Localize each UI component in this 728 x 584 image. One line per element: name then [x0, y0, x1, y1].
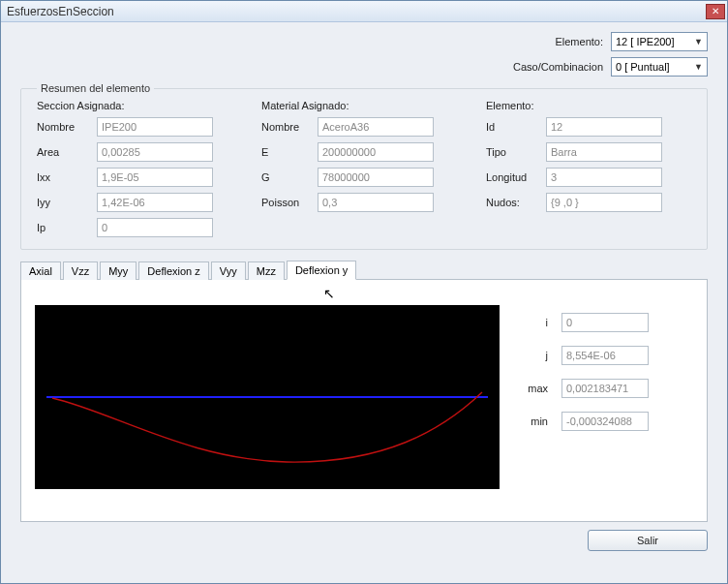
j-field	[561, 346, 649, 365]
chevron-down-icon: ▼	[694, 62, 703, 72]
material-title: Material Asignado:	[261, 100, 467, 111]
nombre-label: Nombre	[37, 121, 91, 133]
mat-nombre-label: Nombre	[261, 121, 312, 133]
ip-label: Ip	[37, 222, 91, 233]
chevron-down-icon: ▼	[694, 37, 703, 46]
id-label: Id	[486, 121, 540, 133]
tabs: Axial Vzz Myy Deflexion z Vyy Mzz Deflex…	[20, 260, 708, 280]
elemento-label: Elemento:	[555, 36, 603, 47]
elem-nudos-field	[546, 193, 662, 212]
max-field	[561, 379, 649, 398]
group-legend: Resumen del elemento	[37, 82, 154, 94]
elem-tipo-field	[546, 142, 662, 162]
content-area: Elemento: 12 [ IPE200] ▼ Caso/Combinacio…	[1, 22, 727, 526]
window-title: EsfuerzosEnSeccion	[7, 5, 114, 18]
longitud-label: Longitud	[486, 171, 540, 183]
tipo-label: Tipo	[486, 146, 540, 158]
tab-deflexion-z[interactable]: Deflexion z	[138, 261, 208, 280]
mat-g-field	[318, 168, 434, 187]
i-label: i	[519, 317, 548, 328]
seccion-title: Seccion Asignada:	[37, 100, 242, 111]
min-label: min	[519, 415, 548, 427]
tab-axial[interactable]: Axial	[20, 261, 61, 280]
titlebar: EsfuerzosEnSeccion ✕	[1, 1, 727, 22]
elemento-value: 12 [ IPE200]	[616, 36, 675, 47]
max-label: max	[519, 383, 548, 394]
tab-panel: i j max min	[20, 280, 708, 522]
caso-dropdown[interactable]: 0 [ Puntual] ▼	[611, 57, 708, 77]
chart-values: i j max min	[519, 307, 649, 507]
i-field	[561, 313, 649, 332]
tab-vzz[interactable]: Vzz	[63, 261, 98, 280]
caso-label: Caso/Combinacion	[513, 61, 603, 73]
tab-mzz[interactable]: Mzz	[248, 261, 285, 280]
deflection-chart	[35, 305, 500, 489]
min-field	[561, 412, 649, 431]
iyy-label: Iyy	[37, 197, 91, 208]
seccion-ip-field	[97, 218, 213, 237]
elem-longitud-field	[546, 168, 662, 187]
ixx-label: Ixx	[37, 171, 91, 183]
close-icon[interactable]: ✕	[706, 4, 725, 19]
elemento-title: Elemento:	[486, 100, 691, 111]
seccion-nombre-field	[97, 117, 213, 137]
tab-vyy[interactable]: Vyy	[211, 261, 246, 280]
resumen-group: Resumen del elemento Seccion Asignada: N…	[20, 82, 708, 250]
seccion-area-field	[97, 142, 213, 162]
mat-poisson-field	[318, 193, 434, 212]
e-label: E	[261, 146, 312, 158]
caso-value: 0 [ Puntual]	[616, 61, 670, 73]
mat-nombre-field	[318, 117, 434, 137]
elemento-dropdown[interactable]: 12 [ IPE200] ▼	[611, 32, 708, 51]
app-window: EsfuerzosEnSeccion ✕ Elemento: 12 [ IPE2…	[0, 0, 728, 584]
g-label: G	[261, 171, 312, 183]
tab-deflexion-y[interactable]: Deflexion y	[287, 261, 356, 280]
mat-e-field	[318, 142, 434, 162]
tab-myy[interactable]: Myy	[100, 261, 136, 280]
seccion-iyy-field	[97, 193, 213, 212]
poisson-label: Poisson	[261, 197, 312, 208]
j-label: j	[519, 350, 548, 361]
seccion-ixx-field	[97, 168, 213, 187]
deflection-curve	[35, 305, 500, 489]
nudos-label: Nudos:	[486, 197, 540, 208]
elem-id-field	[546, 117, 662, 137]
area-label: Area	[37, 146, 91, 158]
exit-button[interactable]: Salir	[588, 530, 708, 551]
